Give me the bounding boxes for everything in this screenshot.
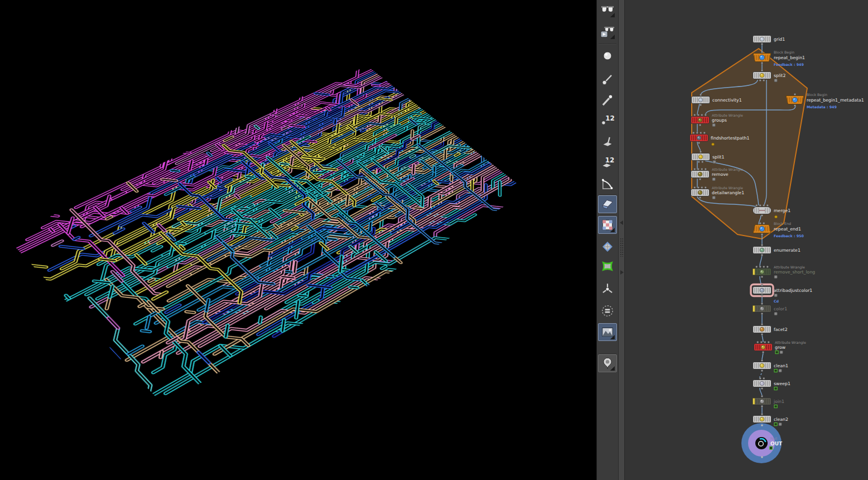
node-connector[interactable] — [761, 244, 763, 246]
lock-flag[interactable] — [779, 423, 782, 426]
pane-divider[interactable] — [618, 0, 625, 480]
divider-grip[interactable] — [620, 238, 624, 257]
node-connector[interactable] — [700, 151, 701, 152]
template-flag[interactable] — [770, 447, 773, 449]
node-grid1[interactable]: grid1 — [753, 36, 785, 45]
node-connector[interactable] — [761, 214, 763, 216]
node-connector[interactable] — [761, 69, 763, 71]
lock-flag[interactable] — [712, 178, 715, 181]
group-highlight-button[interactable] — [598, 257, 617, 275]
node-connector[interactable] — [763, 79, 765, 81]
node-connector[interactable] — [696, 132, 698, 133]
template-flag[interactable] — [774, 423, 777, 426]
smooth-shaded-button[interactable] — [598, 195, 617, 213]
lock-flag[interactable] — [712, 196, 715, 199]
node-connector[interactable] — [694, 186, 696, 188]
node-color1[interactable]: color1 — [753, 303, 788, 315]
template-flag[interactable] — [775, 351, 778, 354]
display-profile-curves-button[interactable] — [598, 175, 617, 193]
node-connector[interactable] — [705, 114, 706, 116]
template-flag[interactable] — [774, 405, 777, 408]
node-connector[interactable] — [701, 168, 703, 170]
node-connector[interactable] — [756, 204, 758, 206]
node-connector[interactable] — [764, 341, 766, 343]
node-OUT[interactable]: NullOUT — [741, 423, 783, 463]
node-connector[interactable] — [700, 94, 701, 95]
node-connector[interactable] — [761, 284, 763, 286]
lock-flag[interactable] — [774, 276, 777, 279]
node-connector[interactable] — [761, 456, 763, 458]
node-connector[interactable] — [700, 132, 702, 133]
node-connector[interactable] — [763, 266, 765, 267]
ghost-other-objects-button[interactable] — [598, 23, 617, 41]
display-point-normals-button[interactable] — [598, 71, 617, 89]
node-connector[interactable] — [761, 333, 763, 335]
node-connector[interactable] — [697, 114, 699, 116]
display-handles-button[interactable] — [598, 280, 617, 297]
node-connector[interactable] — [702, 161, 703, 162]
node-connector[interactable] — [761, 369, 763, 371]
node-connector[interactable] — [701, 114, 703, 116]
stow-collapse-icon[interactable] — [620, 220, 623, 225]
node-connector[interactable] — [757, 341, 759, 343]
node-facet2[interactable]: facet2 — [753, 323, 788, 335]
node-connector[interactable] — [761, 276, 763, 277]
node-connector[interactable] — [761, 62, 763, 64]
node-connector[interactable] — [761, 424, 763, 426]
node-connector[interactable] — [766, 204, 768, 206]
stow-expand-icon[interactable] — [620, 270, 624, 275]
node-connector[interactable] — [693, 132, 695, 133]
node-connector[interactable] — [694, 114, 696, 116]
node-connector[interactable] — [761, 313, 763, 314]
node-connector[interactable] — [761, 395, 763, 397]
template-flag[interactable] — [774, 369, 777, 372]
node-connector[interactable] — [698, 161, 700, 162]
node-connector[interactable] — [766, 266, 768, 267]
display-materials-button[interactable] — [598, 216, 617, 234]
lock-flag[interactable] — [774, 79, 777, 82]
node-connector[interactable] — [761, 387, 763, 389]
node-connector[interactable] — [763, 204, 765, 206]
high-quality-display-button[interactable] — [598, 323, 617, 341]
bypass-flag[interactable] — [753, 269, 755, 275]
node-connector[interactable] — [759, 222, 761, 224]
network-editor[interactable]: grid1Block Beginrepeat_begin1Feedback : … — [625, 0, 868, 480]
node-connector[interactable] — [759, 377, 761, 379]
node-connector[interactable] — [701, 186, 703, 188]
lock-flag[interactable] — [713, 161, 716, 164]
node-connector[interactable] — [761, 294, 763, 296]
node-grow[interactable]: Attribute Wranglegrow — [754, 340, 806, 354]
bypass-flag[interactable] — [753, 399, 755, 405]
node-connector[interactable] — [697, 186, 699, 188]
lock-flag[interactable] — [774, 294, 777, 297]
node-join1[interactable]: join1 — [753, 395, 785, 407]
display-normals-button[interactable] — [598, 238, 617, 256]
node-connector[interactable] — [697, 168, 699, 170]
node-connector[interactable] — [794, 104, 795, 106]
node-connector[interactable] — [700, 104, 701, 105]
node-connector[interactable] — [761, 51, 763, 52]
node-enumerate1[interactable]: enumerate1 — [753, 244, 801, 256]
lock-flag[interactable] — [779, 369, 782, 372]
node-connector[interactable] — [703, 132, 705, 133]
snapping-mode-button[interactable] — [598, 354, 617, 372]
node-connector[interactable] — [763, 222, 765, 224]
template-flag[interactable] — [774, 387, 777, 390]
node-connector[interactable] — [794, 93, 795, 95]
node-connector[interactable] — [763, 377, 765, 379]
node-sweep1[interactable]: sweep1 — [753, 377, 790, 390]
node-connector[interactable] — [699, 196, 701, 198]
node-connector[interactable] — [756, 266, 758, 267]
node-connector[interactable] — [759, 266, 761, 267]
node-connector[interactable] — [699, 178, 701, 180]
node-connector[interactable] — [761, 233, 763, 235]
node-connector[interactable] — [761, 43, 763, 45]
node-connector[interactable] — [761, 323, 763, 325]
field-guides-button[interactable] — [598, 302, 617, 320]
node-clean1[interactable]: clean1 — [753, 359, 788, 372]
node-connector[interactable] — [761, 405, 763, 407]
lock-flag[interactable] — [712, 124, 715, 127]
display-prim-numbers-button[interactable]: 12 — [598, 153, 617, 171]
node-connector[interactable] — [759, 79, 761, 81]
display-points-button[interactable] — [598, 47, 617, 65]
